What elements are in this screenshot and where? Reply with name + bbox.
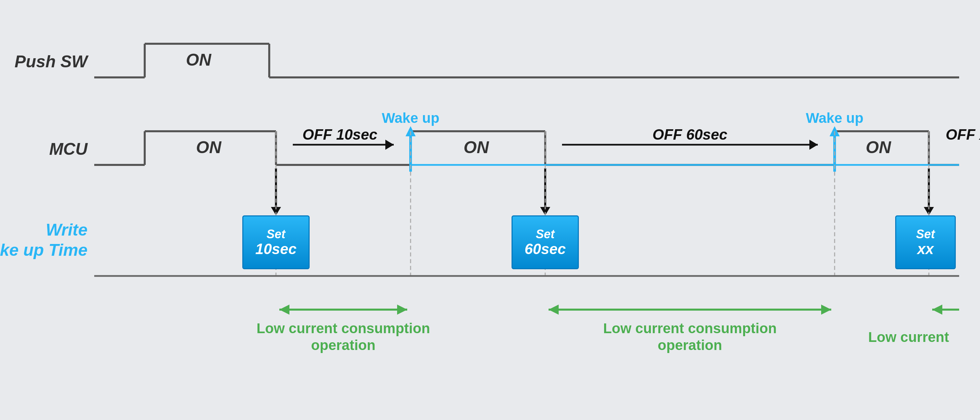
mcu-on-1-label: ON bbox=[196, 138, 222, 157]
set-10sec-value: 10sec bbox=[255, 241, 296, 257]
set-xx-value: xx bbox=[917, 241, 934, 257]
mcu-on-2-label: ON bbox=[464, 138, 489, 157]
main-svg: Push SW ON MCU ON ON bbox=[0, 0, 980, 420]
mcu-label: MCU bbox=[49, 140, 88, 159]
set-60sec-value: 60sec bbox=[525, 241, 566, 257]
set-60sec-title: Set bbox=[536, 228, 555, 241]
set-xx-box: Set xx bbox=[895, 215, 956, 269]
low-current-1b-label: operation bbox=[311, 337, 375, 353]
low-current-2-label: Low current consumption bbox=[603, 320, 777, 336]
set-10sec-title: Set bbox=[267, 228, 285, 241]
wake-up-2-label: Wake up bbox=[806, 110, 863, 126]
low-current-3-label: Low current bbox=[868, 329, 949, 345]
push-sw-label: Push SW bbox=[14, 52, 89, 71]
low-current-1-label: Low current consumption bbox=[256, 320, 430, 336]
write-label-1: Write bbox=[46, 220, 88, 239]
wake-up-1-label: Wake up bbox=[382, 110, 439, 126]
svg-rect-0 bbox=[0, 0, 980, 420]
set-60sec-box: Set 60sec bbox=[512, 215, 579, 269]
off-xx-label: OFF xx bbox=[946, 126, 980, 143]
off-60sec-label: OFF 60sec bbox=[652, 126, 728, 143]
write-label-2: Wake up Time bbox=[0, 240, 88, 259]
push-sw-on-label: ON bbox=[186, 51, 212, 69]
set-10sec-box: Set 10sec bbox=[242, 215, 310, 269]
set-xx-title: Set bbox=[916, 228, 935, 241]
low-current-2b-label: operation bbox=[658, 337, 722, 353]
mcu-on-3-label: ON bbox=[866, 138, 891, 157]
off-10sec-label: OFF 10sec bbox=[302, 126, 378, 143]
diagram-container: Push SW ON MCU ON ON bbox=[0, 0, 980, 420]
